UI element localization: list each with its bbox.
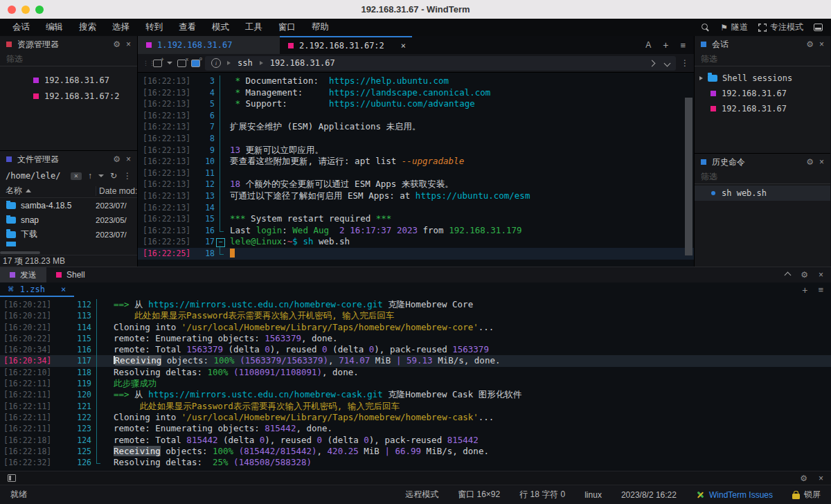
tab-list-icon[interactable]: ≡ xyxy=(680,40,686,51)
tab-session-1[interactable]: 1.192.168.31.67 xyxy=(138,36,280,54)
breadcrumb[interactable]: ssh 192.168.31.67 xyxy=(227,58,335,68)
gear-icon[interactable]: ⚙ xyxy=(806,39,814,49)
panel-square-icon xyxy=(6,42,12,47)
focus-mode-button[interactable]: 专注模式 xyxy=(758,21,803,33)
window-record-icon[interactable] xyxy=(191,60,200,67)
terminal-line: [16:22:32]126Resolving deltas: 25% (1485… xyxy=(0,457,831,468)
go-icon[interactable] xyxy=(649,60,656,66)
menu-item[interactable]: 搜索 xyxy=(75,20,100,35)
address-input[interactable]: i ssh 192.168.31.67 xyxy=(205,56,676,71)
close-icon[interactable]: × xyxy=(126,154,131,164)
line-content: lele@Linux:~$ sh web.sh xyxy=(226,236,694,248)
windterm-issues-link[interactable]: WindTerm Issues xyxy=(696,490,773,500)
maximize-window-button[interactable] xyxy=(35,6,44,14)
gear-icon[interactable]: ⚙ xyxy=(113,154,120,164)
menu-item[interactable]: 帮助 xyxy=(308,20,332,35)
up-directory-icon[interactable]: ↑ xyxy=(88,171,92,181)
close-icon[interactable]: × xyxy=(819,39,824,49)
up-dropdown-icon[interactable] xyxy=(98,174,104,177)
history-item[interactable]: sh web.sh xyxy=(695,186,830,201)
tab-shell[interactable]: Shell xyxy=(46,267,95,282)
lock-screen-button[interactable]: 锁屏 xyxy=(792,489,821,501)
terminal-line: [16:22:13]8 xyxy=(138,133,694,145)
line-number: 115 xyxy=(58,333,91,344)
text-span: 扩展安全维护 (ESM) Applications 未启用。 xyxy=(230,121,421,132)
status-caret-position[interactable]: 行 18 字符 0 xyxy=(519,489,565,501)
bottom-terminal[interactable]: [16:20:21]112==> 从 https://mirrors.ustc.… xyxy=(0,297,831,471)
new-subtab-icon[interactable]: + xyxy=(802,285,807,296)
terminal-line: [16:22:25]18 xyxy=(138,248,694,260)
minimize-window-button[interactable] xyxy=(21,6,30,14)
menu-item[interactable]: 模式 xyxy=(208,20,233,35)
close-window-icon[interactable] xyxy=(177,60,186,67)
address-dropdown-icon[interactable] xyxy=(664,60,671,66)
more-options-icon[interactable]: ⋮ xyxy=(123,171,132,181)
new-tab-icon[interactable]: + xyxy=(663,39,668,51)
search-icon[interactable] xyxy=(701,23,710,32)
close-pane-icon[interactable]: × xyxy=(819,270,823,280)
gear-icon[interactable]: ⚙ xyxy=(800,474,807,483)
file-row[interactable]: samba-4.18.52023/07/ xyxy=(0,198,137,213)
file-row[interactable] xyxy=(0,242,137,246)
close-icon[interactable]: × xyxy=(126,39,131,49)
status-remote-mode[interactable]: 远程模式 xyxy=(405,489,438,501)
expand-arrow-icon[interactable] xyxy=(699,76,703,80)
menu-item[interactable]: 会话 xyxy=(9,20,33,35)
path-input[interactable]: /home/lele/ xyxy=(6,171,64,181)
explorer-item[interactable]: 192.168.31.67:2 xyxy=(0,88,137,104)
sessions-filter-input[interactable]: 筛选 xyxy=(695,53,830,66)
close-icon[interactable]: × xyxy=(819,474,823,483)
protocol-crumb[interactable]: ssh xyxy=(238,58,253,68)
font-size-button[interactable]: A xyxy=(645,40,651,50)
menu-item[interactable]: 编辑 xyxy=(42,20,66,35)
menu-item[interactable]: 转到 xyxy=(142,20,166,35)
gear-icon[interactable]: ⚙ xyxy=(806,157,814,167)
file-table-header[interactable]: 名称 Date mod: xyxy=(0,184,137,198)
refresh-icon[interactable]: ↻ xyxy=(110,171,117,181)
drag-handle[interactable]: ⋮⋮ xyxy=(143,62,148,64)
tab-send[interactable]: 发送 xyxy=(0,267,46,282)
file-row[interactable]: snap2023/05/ xyxy=(0,213,137,227)
gear-icon[interactable]: ⚙ xyxy=(113,39,120,49)
info-icon[interactable]: i xyxy=(211,58,221,68)
menu-item[interactable]: 查看 xyxy=(175,20,199,35)
date-column-header[interactable]: Date mod: xyxy=(96,186,137,196)
menu-item[interactable]: 窗口 xyxy=(275,20,299,35)
clear-path-icon[interactable]: ✕ xyxy=(71,172,82,180)
close-icon[interactable]: × xyxy=(819,157,824,167)
status-os[interactable]: linux xyxy=(584,490,602,500)
subtab-list-icon[interactable]: ≡ xyxy=(818,285,823,295)
file-row[interactable]: 下载2023/07/ xyxy=(0,227,137,242)
sessions-folder-row[interactable]: Shell sessions xyxy=(695,71,830,86)
subtab-zsh[interactable]: ⌘ 1.zsh × xyxy=(0,282,74,297)
text-span: Management: xyxy=(246,87,329,98)
tab-session-2[interactable]: 2.192.168.31.67:2 × xyxy=(280,36,412,54)
file-name-cell xyxy=(0,242,96,246)
horizontal-scrollbar[interactable] xyxy=(0,251,137,255)
host-crumb[interactable]: 192.168.31.67 xyxy=(270,58,335,68)
history-filter-input[interactable]: 筛选 xyxy=(695,170,830,184)
new-window-icon[interactable] xyxy=(153,60,162,67)
name-column-header[interactable]: 名称 xyxy=(6,185,22,197)
close-tab-icon[interactable]: × xyxy=(401,41,406,51)
panel-toggle-icon[interactable] xyxy=(8,474,16,482)
close-subtab-icon[interactable]: × xyxy=(61,285,66,294)
layout-icon[interactable] xyxy=(814,24,823,31)
session-item[interactable]: 192.168.31.67 xyxy=(695,86,830,101)
close-window-button[interactable] xyxy=(8,6,16,14)
new-window-dropdown-icon[interactable] xyxy=(167,62,172,64)
main-terminal[interactable]: [16:22:13]3 * Documentation: https://hel… xyxy=(138,73,694,267)
explorer-filter-input[interactable]: 筛选 xyxy=(0,53,137,66)
explorer-item[interactable]: 192.168.31.67 xyxy=(0,72,137,88)
shell-subtabs: ⌘ 1.zsh × + ≡ xyxy=(0,282,831,297)
address-more-icon[interactable]: ⋮ xyxy=(681,58,689,68)
collapse-pane-icon[interactable] xyxy=(785,271,792,278)
tunnel-button[interactable]: ⚑ 隧道 xyxy=(720,21,748,33)
status-window-size[interactable]: 窗口 16×92 xyxy=(458,489,500,501)
menu-item[interactable]: 选择 xyxy=(109,20,133,35)
gear-icon[interactable]: ⚙ xyxy=(801,270,808,280)
session-item[interactable]: 192.168.31.67 xyxy=(695,101,830,116)
terminal-scrollbar[interactable] xyxy=(685,98,692,255)
menu-item[interactable]: 工具 xyxy=(242,20,266,35)
line-timestamp: [16:20:22] xyxy=(0,333,58,344)
